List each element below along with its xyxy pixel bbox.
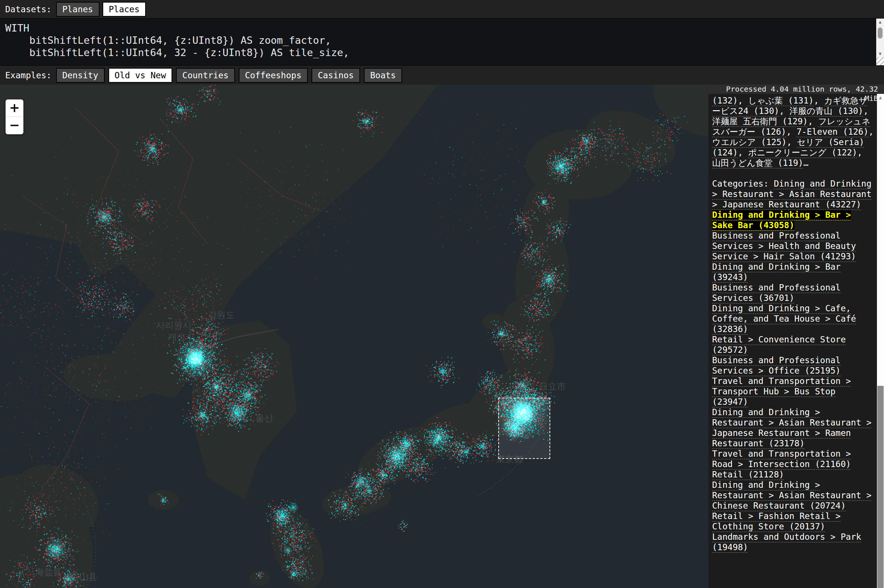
dataset-button-planes[interactable]: Planes [56,2,99,17]
dataset-button-group: PlanesPlaces [56,2,146,17]
query-status: Processed 4.04 million rows, 42.32 MiB [708,85,884,94]
category-row: Business and Professional Services (3670… [712,282,874,303]
result-link[interactable]: 洋麺屋 五右衛門 (129) [712,117,808,126]
dataset-button-places[interactable]: Places [102,2,146,17]
datasets-label: Datasets: [5,4,52,14]
category-row: Dining and Drinking > Restaurant > Asian… [712,407,874,448]
brands-block: (132), しゃぶ葉 (131), カギ救急サービス24 (130), 洋服の… [712,95,874,168]
sql-scrollbar-thumb[interactable] [878,27,882,39]
main-region: + − Processed 4.04 million rows, 42.32 M… [0,85,884,588]
category-row: Dining and Drinking > Cafe, Coffee, and … [712,303,874,334]
result-link[interactable]: Landmarks and Outdoors > Park (19498) [712,532,861,552]
result-link[interactable]: ウエルシア (125) [712,137,787,147]
result-link[interactable]: Dining and Drinking > Cafe, Coffee, and … [712,303,856,334]
example-button-countries[interactable]: Countries [176,68,235,83]
category-row: Landmarks and Outdoors > Park (19498) [712,532,874,552]
categories-block: Categories: Dining and Drinking > Restau… [712,178,874,552]
scroll-up-icon[interactable]: ▲ [876,18,884,25]
result-link[interactable]: 7-Eleven (126) [796,127,868,136]
category-row: Retail (21128) [712,469,874,480]
result-link[interactable]: Dining and Drinking > Restaurant > Asian… [712,407,871,448]
sql-editor[interactable]: WITH bitShiftLeft(1::UInt64, {z:UInt8}) … [0,18,884,65]
categories-label: Categories: [712,179,774,189]
result-link[interactable]: 洋服の青山 (130) [790,106,864,116]
category-link-selected[interactable]: Dining and Drinking > Bar > Sake Bar (43… [712,210,851,230]
example-button-coffeeshops[interactable]: Coffeeshops [239,68,308,83]
result-link[interactable]: (132) [712,96,738,105]
map-zoom-control: + − [6,99,23,134]
zoom-out-button[interactable]: − [6,117,23,134]
map-canvas[interactable] [0,85,708,588]
result-link[interactable]: Retail > Convenience Store (29572) [712,334,846,355]
scroll-up-icon[interactable]: ▲ [877,94,884,101]
result-link[interactable]: ポニークリーニング (122) [748,148,857,157]
example-button-casinos[interactable]: Casinos [311,68,360,83]
sql-code-text[interactable]: WITH bitShiftLeft(1::UInt64, {z:UInt8}) … [0,18,884,58]
map-container[interactable]: + − [0,85,708,588]
result-link[interactable]: 山田うどん食堂 (119) [712,158,803,168]
result-link[interactable]: Business and Professional Services > Off… [712,356,840,375]
result-link[interactable]: しゃぶ葉 (131) [748,96,814,105]
sql-editor-scrollbar[interactable]: ▲ ▼ [876,18,884,65]
scroll-down-icon[interactable]: ▼ [876,51,884,57]
category-row: Travel and Transportation > Transport Hu… [712,376,874,407]
result-link[interactable]: Business and Professional Services > Hea… [712,231,856,261]
example-button-boats[interactable]: Boats [364,68,402,83]
example-button-old-vs-new[interactable]: Old vs New [108,68,172,83]
category-row: Retail > Convenience Store (29572) [712,334,874,355]
zoom-in-button[interactable]: + [6,99,23,117]
examples-toolbar: Examples: DensityOld vs NewCountriesCoff… [0,65,884,85]
map-selection-rectangle[interactable] [498,398,550,459]
example-button-density[interactable]: Density [56,68,105,83]
result-link[interactable]: Dining and Drinking > Bar (39243) [712,262,840,282]
category-row: Business and Professional Services > Hea… [712,230,874,261]
result-link[interactable]: Business and Professional Services (3670… [712,283,840,303]
category-row: Categories: Dining and Drinking > Restau… [712,178,874,210]
result-link[interactable]: Retail > Fashion Retail > Clothing Store… [712,511,840,531]
examples-label: Examples: [5,70,52,80]
category-row: Business and Professional Services > Off… [712,355,874,376]
result-link[interactable]: Travel and Transportation > Road > Inter… [712,449,851,469]
result-link[interactable]: Travel and Transportation > Transport Hu… [712,376,851,406]
datasets-toolbar: Datasets: PlanesPlaces [0,0,884,18]
result-link[interactable]: Dining and Drinking > Restaurant > Asian… [712,480,871,510]
category-row: Dining and Drinking > Bar > Sake Bar (43… [712,210,874,230]
category-row: Travel and Transportation > Road > Inter… [712,448,874,469]
example-button-group: DensityOld vs NewCountriesCoffeeshopsCas… [56,68,403,83]
category-row: Retail > Fashion Retail > Clothing Store… [712,511,874,532]
result-link[interactable]: Retail (21128) [712,470,784,479]
category-row: Dining and Drinking > Bar (39243) [712,261,874,282]
category-row: Dining and Drinking > Restaurant > Asian… [712,480,874,511]
results-list: (132), しゃぶ葉 (131), カギ救急サービス24 (130), 洋服の… [708,94,877,588]
panel-scrollbar-thumb[interactable] [877,386,884,588]
panel-scrollbar[interactable]: ▲ [877,94,884,588]
results-panel: Processed 4.04 million rows, 42.32 MiB (… [708,85,884,588]
textarea-resize-grip-icon[interactable] [876,57,884,65]
